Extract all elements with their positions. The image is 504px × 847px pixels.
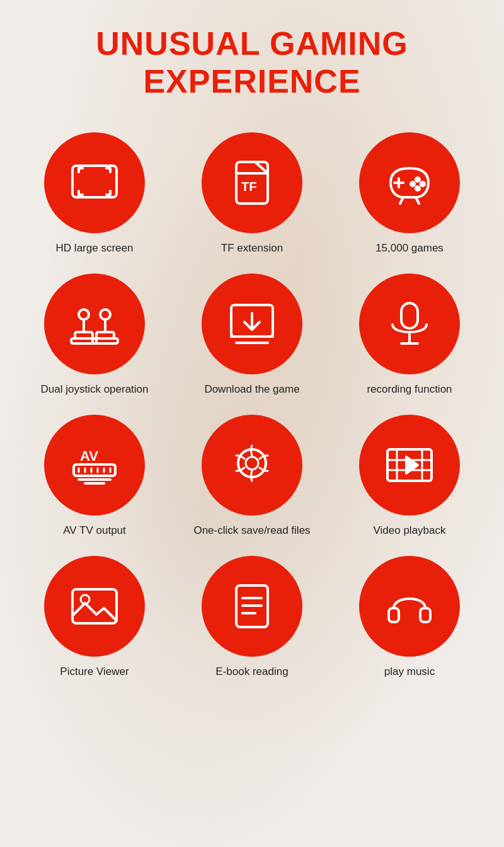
music-icon-circle: [359, 556, 460, 657]
video-label: Video playback: [374, 524, 446, 537]
touch-icon: [224, 437, 280, 493]
games-icon-circle: [359, 132, 460, 233]
hd-screen-icon-circle: [44, 132, 145, 233]
feature-download: Download the game: [189, 274, 315, 396]
feature-music: play music: [346, 556, 472, 678]
svg-text:TF: TF: [241, 180, 256, 193]
feature-save: One-click save/read files: [189, 415, 315, 537]
touch-icon-circle: [202, 415, 302, 516]
features-grid: HD large screen TF TF extension: [19, 132, 485, 678]
save-label: One-click save/read files: [193, 524, 310, 537]
headphones-icon: [381, 578, 438, 635]
svg-point-7: [416, 187, 420, 190]
feature-picture: Picture Viewer: [32, 556, 158, 678]
svg-rect-49: [420, 608, 430, 622]
mic-icon: [381, 296, 438, 352]
av-icon: AV: [66, 437, 123, 493]
download-icon-circle: [202, 274, 302, 374]
feature-hd-screen: HD large screen: [32, 132, 158, 255]
svg-point-35: [246, 457, 258, 470]
download-icon: [224, 296, 280, 352]
svg-rect-25: [74, 464, 115, 476]
svg-point-13: [100, 309, 110, 320]
svg-rect-42: [72, 589, 117, 623]
games-label: 15,000 games: [375, 242, 444, 255]
av-icon-circle: AV: [44, 415, 145, 516]
joystick-icon: [66, 296, 123, 352]
video-icon-circle: [359, 415, 460, 516]
ebook-icon: [224, 578, 280, 635]
svg-point-6: [421, 182, 425, 186]
joystick-label: Dual joystick operation: [40, 383, 148, 396]
music-label: play music: [384, 666, 435, 678]
feature-av: AV AV TV output: [32, 415, 158, 537]
feature-recording: recording function: [346, 274, 472, 396]
feature-tf-extension: TF TF extension: [189, 132, 315, 255]
svg-text:AV: AV: [80, 448, 98, 464]
av-label: AV TV output: [63, 524, 126, 537]
tf-icon: TF: [224, 154, 280, 211]
video-icon: [381, 437, 438, 493]
svg-point-8: [411, 182, 415, 186]
screen-icon: [66, 154, 123, 211]
page-title: UNUSUAL GAMING EXPERIENCE: [19, 25, 485, 101]
feature-ebook: E-book reading: [189, 556, 315, 678]
gamepad-icon: [381, 154, 438, 211]
svg-point-5: [416, 178, 420, 182]
picture-label: Picture Viewer: [60, 666, 129, 678]
svg-rect-21: [401, 303, 418, 328]
mic-icon-circle: [359, 274, 460, 374]
ebook-icon-circle: [202, 556, 302, 657]
picture-icon-circle: [44, 556, 145, 657]
tf-label: TF extension: [221, 242, 283, 255]
tf-icon-circle: TF: [202, 132, 302, 233]
svg-rect-48: [389, 608, 399, 622]
ebook-label: E-book reading: [215, 666, 288, 678]
download-label: Download the game: [204, 383, 299, 396]
feature-games: 15,000 games: [346, 132, 472, 255]
picture-icon: [66, 578, 123, 635]
svg-point-9: [79, 309, 89, 320]
feature-video: Video playback: [346, 415, 472, 537]
hd-screen-label: HD large screen: [56, 242, 134, 255]
recording-label: recording function: [367, 383, 452, 396]
feature-joystick: Dual joystick operation: [32, 274, 158, 396]
joystick-icon-circle: [44, 274, 145, 374]
